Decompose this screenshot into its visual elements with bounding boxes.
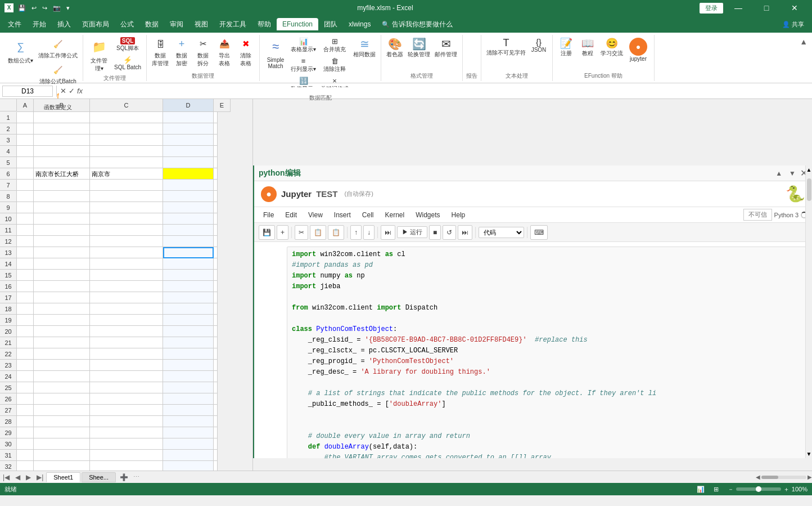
cell[interactable] (163, 348, 214, 360)
hscroll-thumb[interactable] (761, 476, 778, 479)
cell[interactable] (17, 382, 34, 393)
rotation-button[interactable]: 🔄 轮换管理 (406, 36, 432, 60)
jt-keyboard-btn[interactable]: ⌨ (530, 225, 548, 240)
menu-efunction[interactable]: EFunction (277, 18, 318, 30)
cell[interactable] (34, 247, 90, 258)
cell[interactable] (17, 112, 34, 123)
cell[interactable] (17, 270, 34, 281)
cell[interactable] (214, 225, 218, 236)
cell[interactable] (34, 112, 90, 123)
sheet-nav-next[interactable]: ▶ (23, 472, 34, 482)
cell[interactable] (90, 405, 163, 416)
cell[interactable] (17, 202, 34, 213)
cell[interactable] (214, 360, 218, 371)
cell[interactable] (214, 202, 218, 213)
cell[interactable] (34, 393, 90, 405)
cell[interactable] (34, 416, 90, 427)
col-header-d[interactable]: D (163, 99, 214, 112)
cell[interactable] (90, 292, 163, 303)
panel-scrollbar-thumb[interactable] (807, 178, 811, 201)
data-split-button[interactable]: ✂ 数据拆分 (193, 36, 213, 69)
cell[interactable] (17, 281, 34, 292)
cell[interactable] (163, 247, 214, 258)
cell[interactable] (163, 258, 214, 270)
col-header-b[interactable]: B (34, 99, 90, 112)
cell[interactable] (163, 191, 214, 202)
cell[interactable] (90, 393, 163, 405)
panel-scroll-up[interactable]: ▲ (773, 168, 784, 178)
menu-team[interactable]: 团队 (318, 17, 343, 32)
cell[interactable] (90, 315, 163, 326)
redo-btn[interactable]: ↪ (41, 3, 48, 13)
cell[interactable] (17, 135, 34, 146)
cell[interactable] (17, 213, 34, 225)
customize-btn[interactable]: ▾ (65, 3, 71, 13)
jt-cut-btn[interactable]: ✂ (295, 225, 308, 240)
export-table-button[interactable]: 📤 导出表格 (214, 36, 234, 69)
jt-paste-btn[interactable]: 📋 (328, 225, 344, 240)
menu-formula[interactable]: 公式 (115, 17, 139, 32)
menu-review[interactable]: 审阅 (164, 17, 189, 32)
cell[interactable] (34, 292, 90, 303)
cell[interactable] (163, 292, 214, 303)
cell[interactable] (163, 168, 214, 180)
json-button[interactable]: {} JSON (529, 36, 549, 54)
save-btn[interactable]: 💾 (17, 3, 27, 13)
menu-view[interactable]: 视图 (189, 17, 214, 32)
cell[interactable]: 南京市长江大桥 (34, 168, 90, 180)
formula-input[interactable] (85, 87, 810, 95)
clear-worksheet-button[interactable]: 🧹 清除工作簿公式 (37, 36, 79, 61)
cell[interactable] (17, 438, 34, 450)
merge-fill-button[interactable]: ⊞ 合并填充 (319, 36, 350, 55)
cell[interactable] (163, 225, 214, 236)
zoom-slider-track[interactable] (736, 487, 781, 491)
cell[interactable] (90, 416, 163, 427)
menu-xlwings[interactable]: xlwings (343, 18, 376, 30)
cell[interactable] (214, 371, 218, 382)
jt-stop-btn[interactable]: ■ (429, 225, 441, 240)
cell[interactable] (17, 123, 34, 135)
cell[interactable] (17, 337, 34, 348)
cell[interactable] (17, 371, 34, 382)
sheet-nav-last[interactable]: ▶| (34, 472, 46, 482)
ribbon-collapse-button[interactable]: ▲ (797, 36, 810, 47)
cell[interactable] (17, 168, 34, 180)
cell[interactable] (90, 191, 163, 202)
cell[interactable] (17, 416, 34, 427)
cell[interactable] (90, 450, 163, 461)
cell[interactable] (214, 281, 218, 292)
cell[interactable] (90, 247, 163, 258)
close-button[interactable]: ✕ (782, 0, 808, 16)
cell[interactable] (214, 416, 218, 427)
sheet-hscroll[interactable]: ◀ ▶ (756, 474, 812, 480)
row-show-button[interactable]: ≡ 行列显示▾ (289, 56, 318, 74)
cell[interactable] (163, 315, 214, 326)
cell[interactable] (214, 236, 218, 247)
cell[interactable] (214, 247, 218, 258)
cell[interactable] (90, 157, 163, 168)
cell[interactable] (163, 405, 214, 416)
jupyter-menu-file[interactable]: File (259, 210, 278, 220)
formula-cancel-icon[interactable]: ✕ (60, 87, 66, 95)
cell[interactable] (163, 393, 214, 405)
cell[interactable] (163, 360, 214, 371)
learn-exchange-button[interactable]: 😊 学习交流 (599, 36, 625, 59)
cell[interactable] (163, 438, 214, 450)
cell[interactable] (214, 427, 218, 438)
cell[interactable] (90, 348, 163, 360)
cell[interactable] (214, 146, 218, 157)
cell[interactable] (214, 270, 218, 281)
zoom-out-btn[interactable]: － (728, 485, 734, 494)
clear-table-button[interactable]: ✖ 清除表格 (236, 36, 256, 69)
cell[interactable] (17, 236, 34, 247)
cell[interactable] (17, 315, 34, 326)
cell[interactable] (214, 180, 218, 191)
cell[interactable] (34, 236, 90, 247)
hscroll-right-btn[interactable]: ▶ (808, 474, 812, 480)
cell[interactable] (17, 292, 34, 303)
cell[interactable] (34, 213, 90, 225)
cell[interactable] (34, 191, 90, 202)
menu-data[interactable]: 数据 (139, 17, 164, 32)
cell[interactable] (17, 258, 34, 270)
sheet-nav-prev[interactable]: ◀ (12, 472, 23, 482)
